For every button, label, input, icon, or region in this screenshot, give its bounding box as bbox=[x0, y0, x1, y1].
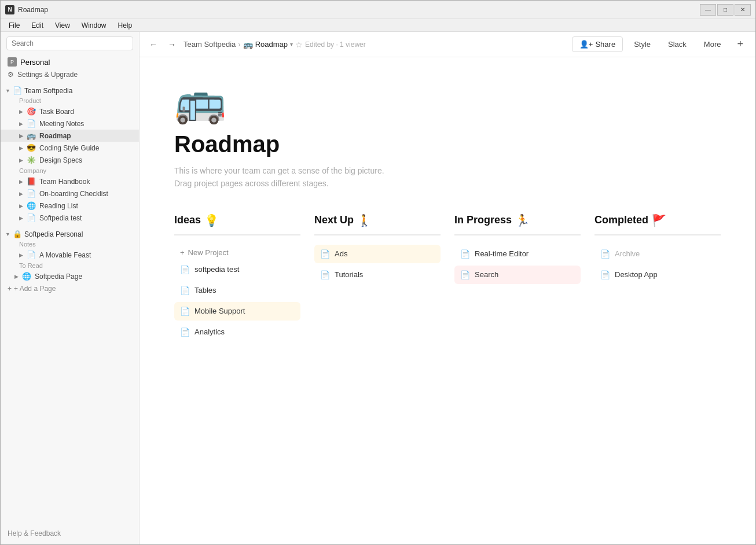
card-real-time-editor[interactable]: 📄 Real-time Editor bbox=[454, 245, 581, 263]
menu-edit[interactable]: Edit bbox=[25, 20, 49, 31]
col-next-up-label: Next Up bbox=[314, 214, 354, 226]
team-handbook-label: Team Handbook bbox=[39, 178, 90, 186]
sidebar-item-roadmap[interactable]: ▶ 🚌 Roadmap bbox=[1, 130, 139, 142]
card-search[interactable]: 📄 Search bbox=[454, 266, 581, 284]
add-project-button[interactable]: + New Project bbox=[174, 245, 300, 260]
personal-group-header[interactable]: ▼ 🔒 Softpedia Personal bbox=[1, 226, 139, 240]
breadcrumb-current-label[interactable]: Roadmap bbox=[255, 40, 288, 49]
col-header-ideas: Ideas 💡 bbox=[174, 213, 300, 235]
personal-section: ▼ 🔒 Softpedia Personal Notes ▶ 📄 A Movab… bbox=[1, 226, 139, 282]
sidebar-settings[interactable]: ⚙ Settings & Upgrade bbox=[1, 69, 139, 80]
task-board-label: Task Board bbox=[39, 108, 74, 116]
col-header-in-progress: In Progress 🏃 bbox=[454, 213, 581, 235]
softpedia-test-label: Softpedia test bbox=[39, 214, 82, 222]
gear-icon: ⚙ bbox=[8, 71, 14, 79]
movable-feast-label: A Movable Feast bbox=[39, 251, 91, 259]
page-desc-line2: Drag project pages across different stag… bbox=[174, 179, 329, 188]
menu-view[interactable]: View bbox=[49, 20, 76, 31]
movable-feast-icon: 📄 bbox=[27, 251, 36, 259]
sidebar-item-meeting-notes[interactable]: ▶ 📄 Meeting Notes bbox=[1, 117, 139, 130]
card-label-analytics: Analytics bbox=[194, 327, 225, 336]
softpedia-page-chevron: ▶ bbox=[14, 274, 19, 279]
card-mobile-support[interactable]: 📄 Mobile Support bbox=[174, 302, 300, 321]
page-title: Roadmap bbox=[174, 131, 721, 157]
meeting-notes-chevron: ▶ bbox=[19, 121, 23, 127]
roadmap-sidebar-label: Roadmap bbox=[39, 132, 71, 140]
page-emoji: 🚌 bbox=[174, 80, 721, 122]
sidebar-item-design-specs[interactable]: ▶ ✳️ Design Specs bbox=[1, 154, 139, 166]
sidebar-item-onboarding[interactable]: ▶ 📄 On-boarding Checklist bbox=[1, 187, 139, 200]
card-doc-icon-10: 📄 bbox=[600, 270, 610, 279]
meeting-notes-icon: 📄 bbox=[27, 119, 36, 128]
page-content: 🚌 Roadmap This is where your team can ge… bbox=[140, 57, 755, 544]
coding-style-label: Coding Style Guide bbox=[39, 144, 99, 152]
menu-help[interactable]: Help bbox=[112, 20, 138, 31]
sidebar-item-reading-list[interactable]: ▶ 🌐 Reading List bbox=[1, 200, 139, 212]
close-button[interactable]: ✕ bbox=[735, 4, 751, 16]
card-archive[interactable]: 📄 Archive bbox=[594, 245, 721, 263]
card-label-mobile-support: Mobile Support bbox=[194, 307, 245, 315]
page-desc-line1: This is where your team can get a sense … bbox=[174, 166, 384, 175]
softpedia-page-label: Softpedia Page bbox=[35, 272, 82, 281]
team-section: ▼ 📄 Team Softpedia Product ▶ 🎯 Task Boar… bbox=[1, 83, 139, 224]
sidebar-h1-notes: Notes bbox=[1, 240, 139, 249]
task-board-chevron: ▶ bbox=[19, 109, 23, 115]
sidebar-item-movable-feast[interactable]: ▶ 📄 A Movable Feast bbox=[1, 249, 139, 261]
card-analytics[interactable]: 📄 Analytics bbox=[174, 323, 300, 341]
slack-button[interactable]: Slack bbox=[662, 36, 693, 52]
sidebar-item-softpedia-test[interactable]: ▶ 📄 Softpedia test bbox=[1, 212, 139, 224]
card-tables[interactable]: 📄 Tables bbox=[174, 281, 300, 300]
roadmap-chevron: ▶ bbox=[19, 133, 23, 139]
menu-window[interactable]: Window bbox=[76, 20, 112, 31]
reading-list-label: Reading List bbox=[39, 202, 78, 210]
add-project-plus-icon: + bbox=[180, 248, 185, 257]
add-page-plus-icon: + bbox=[8, 285, 12, 293]
sidebar-item-coding-style[interactable]: ▶ 😎 Coding Style Guide bbox=[1, 142, 139, 154]
breadcrumb-dropdown-icon[interactable]: ▾ bbox=[290, 41, 293, 47]
personal-chevron-icon: ▼ bbox=[5, 231, 10, 237]
movable-feast-chevron: ▶ bbox=[19, 252, 23, 258]
sidebar-item-softpedia-page[interactable]: ▶ 🌐 Softpedia Page bbox=[1, 270, 139, 282]
sidebar-h1-company: Company bbox=[1, 166, 139, 175]
team-chevron-icon: ▼ bbox=[5, 88, 10, 94]
team-group-header[interactable]: ▼ 📄 Team Softpedia bbox=[1, 83, 139, 96]
add-project-label: New Project bbox=[188, 248, 229, 257]
more-button[interactable]: More bbox=[698, 36, 728, 52]
style-button[interactable]: Style bbox=[627, 36, 657, 52]
menu-file[interactable]: File bbox=[3, 20, 25, 31]
card-doc-icon-7: 📄 bbox=[460, 249, 470, 259]
share-button[interactable]: 👤+ Share bbox=[572, 36, 623, 52]
forward-button[interactable]: → bbox=[165, 38, 179, 51]
card-doc-icon-5: 📄 bbox=[320, 249, 330, 259]
back-button[interactable]: ← bbox=[146, 38, 160, 51]
softpedia-test-icon: 📄 bbox=[27, 213, 36, 222]
maximize-button[interactable]: □ bbox=[717, 4, 733, 16]
breadcrumb-current: 🚌 Roadmap ▾ bbox=[243, 40, 293, 49]
card-desktop-app[interactable]: 📄 Desktop App bbox=[594, 266, 721, 284]
page-description: This is where your team can get a sense … bbox=[174, 164, 721, 190]
sidebar-personal[interactable]: P Personal bbox=[1, 55, 139, 69]
favorite-button[interactable]: ☆ bbox=[295, 40, 303, 49]
right-panel: ← → Team Softpedia › 🚌 Roadmap ▾ ☆ Edite… bbox=[140, 32, 755, 544]
breadcrumb-parent[interactable]: Team Softpedia bbox=[184, 40, 236, 49]
card-ads[interactable]: 📄 Ads bbox=[314, 245, 441, 263]
card-doc-icon-4: 📄 bbox=[180, 327, 190, 337]
sidebar-item-task-board[interactable]: ▶ 🎯 Task Board bbox=[1, 105, 139, 117]
card-label-real-time-editor: Real-time Editor bbox=[475, 249, 529, 258]
minimize-button[interactable]: — bbox=[700, 4, 716, 16]
breadcrumb-page-icon: 🚌 bbox=[243, 40, 253, 49]
new-page-button[interactable]: + bbox=[732, 36, 748, 52]
help-feedback[interactable]: Help & Feedback bbox=[1, 522, 139, 544]
search-input[interactable] bbox=[6, 36, 133, 50]
col-in-progress-emoji: 🏃 bbox=[515, 213, 530, 227]
sidebar-item-team-handbook[interactable]: ▶ 📕 Team Handbook bbox=[1, 175, 139, 187]
card-tutorials[interactable]: 📄 Tutorials bbox=[314, 266, 441, 284]
team-doc-icon: 📄 bbox=[13, 86, 22, 95]
board-column-ideas: Ideas 💡 + New Project 📄 softpedia test bbox=[174, 213, 300, 344]
breadcrumb: Team Softpedia › 🚌 Roadmap ▾ ☆ Edited by… bbox=[184, 40, 567, 49]
add-page-button[interactable]: + + Add a Page bbox=[1, 282, 139, 295]
card-softpedia-test[interactable]: 📄 softpedia test bbox=[174, 260, 300, 279]
coding-style-chevron: ▶ bbox=[19, 145, 23, 151]
add-page-label: + Add a Page bbox=[14, 285, 56, 293]
card-label-softpedia-test: softpedia test bbox=[194, 265, 239, 274]
